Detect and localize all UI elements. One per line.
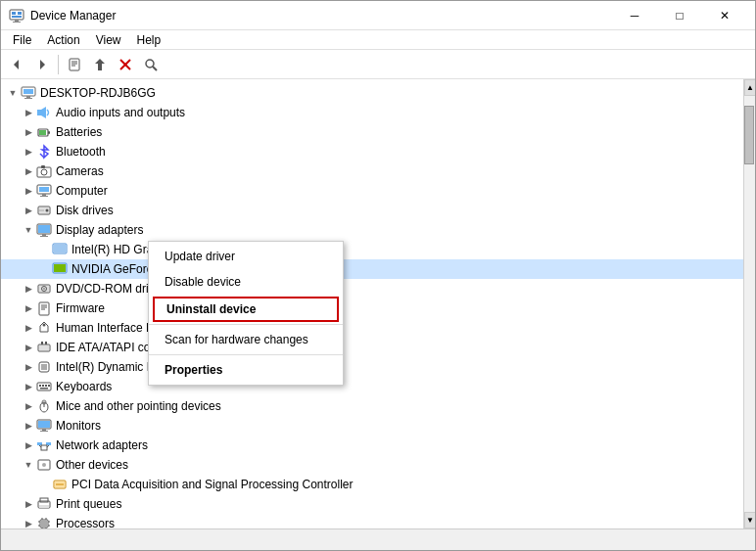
tree-item-intel-hd[interactable]: Intel(R) HD Graphics 520 bbox=[1, 240, 743, 259]
monitors-expand-icon: ▶ bbox=[21, 418, 36, 434]
tree-view[interactable]: ▼ DESKTOP-RDJB6GG ▶ bbox=[1, 79, 743, 528]
svg-rect-25 bbox=[39, 130, 46, 135]
svg-rect-32 bbox=[42, 194, 46, 196]
keyboards-expand-icon: ▶ bbox=[21, 379, 36, 394]
menu-view[interactable]: View bbox=[88, 31, 129, 49]
scan-hardware-toolbar-button[interactable] bbox=[139, 53, 163, 76]
ctx-separator-2 bbox=[149, 354, 343, 355]
ctx-uninstall-device[interactable]: Uninstall device bbox=[153, 297, 339, 322]
scrollbar-track[interactable] bbox=[744, 96, 755, 512]
tree-item-nvidia[interactable]: NVIDIA GeForce 940M bbox=[1, 259, 743, 279]
svg-rect-21 bbox=[37, 110, 41, 115]
bluetooth-expand-icon: ▶ bbox=[21, 144, 36, 160]
forward-icon bbox=[35, 58, 49, 71]
svg-rect-33 bbox=[40, 196, 48, 197]
svg-rect-1 bbox=[12, 12, 16, 15]
svg-rect-4 bbox=[15, 20, 19, 22]
svg-rect-43 bbox=[54, 245, 66, 253]
computer-label: Computer bbox=[56, 184, 108, 198]
svg-point-80 bbox=[42, 463, 46, 467]
minimize-button[interactable]: ─ bbox=[612, 1, 657, 30]
tree-item-networkadapters[interactable]: ▶ Network adapters bbox=[1, 436, 743, 455]
tree-item-inteldyn[interactable]: ▶ Intel(R) Dynamic Platform... bbox=[1, 357, 743, 377]
svg-rect-62 bbox=[39, 385, 41, 387]
tree-item-ide[interactable]: ▶ IDE ATA/ATAPI controllers bbox=[1, 338, 743, 357]
svg-rect-41 bbox=[40, 236, 48, 237]
svg-rect-45 bbox=[54, 264, 66, 272]
batteries-expand-icon: ▶ bbox=[21, 124, 36, 140]
tree-item-hid[interactable]: ▶ Human Interface Devices bbox=[1, 318, 743, 338]
tree-item-pcidata[interactable]: PCI Data Acquisition and Signal Processi… bbox=[1, 475, 743, 494]
audio-icon bbox=[36, 105, 52, 120]
scrollbar-thumb[interactable] bbox=[744, 106, 754, 164]
networkadapters-icon bbox=[36, 437, 52, 453]
tree-item-batteries[interactable]: ▶ Batteries bbox=[1, 122, 743, 142]
scrollbar-up-button[interactable]: ▲ bbox=[744, 79, 755, 96]
scan-icon bbox=[144, 58, 158, 71]
dvd-expand-icon: ▶ bbox=[21, 281, 36, 297]
svg-rect-76 bbox=[41, 445, 47, 450]
svg-rect-72 bbox=[42, 429, 46, 431]
tree-item-printqueues[interactable]: ▶ Print queues bbox=[1, 494, 743, 514]
back-button[interactable] bbox=[5, 53, 28, 76]
svg-line-16 bbox=[153, 67, 157, 70]
scrollbar[interactable]: ▲ ▼ bbox=[743, 79, 755, 528]
svg-rect-66 bbox=[40, 388, 48, 390]
root-expand-icon: ▼ bbox=[5, 85, 21, 101]
main-area: ▼ DESKTOP-RDJB6GG ▶ bbox=[1, 79, 755, 528]
uninstall-toolbar-button[interactable] bbox=[114, 53, 137, 76]
svg-rect-40 bbox=[42, 234, 46, 236]
svg-rect-5 bbox=[13, 22, 21, 23]
menu-action[interactable]: Action bbox=[39, 31, 87, 49]
svg-rect-29 bbox=[41, 165, 45, 168]
svg-rect-24 bbox=[48, 131, 50, 134]
forward-button[interactable] bbox=[30, 53, 54, 76]
svg-point-49 bbox=[43, 288, 45, 290]
tree-item-processors[interactable]: ▶ Processors bbox=[1, 514, 743, 528]
diskdrives-label: Disk drives bbox=[56, 204, 114, 217]
diskdrives-icon bbox=[36, 203, 52, 218]
ctx-update-driver[interactable]: Update driver bbox=[149, 244, 343, 269]
ctx-scan-hardware[interactable]: Scan for hardware changes bbox=[149, 327, 343, 352]
ide-expand-icon: ▶ bbox=[21, 340, 36, 355]
inteldyn-icon bbox=[36, 359, 52, 375]
tree-item-monitors[interactable]: ▶ Monitors bbox=[1, 416, 743, 436]
networkadapters-label: Network adapters bbox=[56, 438, 148, 452]
tree-item-bluetooth[interactable]: ▶ Bluetooth bbox=[1, 142, 743, 161]
tree-item-mice[interactable]: ▶ Mice and other pointing devices bbox=[1, 396, 743, 416]
maximize-button[interactable]: □ bbox=[657, 1, 702, 30]
monitors-icon bbox=[36, 418, 52, 434]
tree-item-dvd[interactable]: ▶ DVD/CD-ROM drives bbox=[1, 279, 743, 298]
batteries-label: Batteries bbox=[56, 125, 102, 139]
tree-item-firmware[interactable]: ▶ Firmware bbox=[1, 298, 743, 318]
properties-button[interactable] bbox=[63, 53, 86, 76]
tree-item-display[interactable]: ▼ Display adapters bbox=[1, 220, 743, 240]
tree-item-audio[interactable]: ▶ Audio inputs and outputs bbox=[1, 103, 743, 122]
svg-rect-57 bbox=[41, 342, 43, 344]
tree-item-cameras[interactable]: ▶ Cameras bbox=[1, 161, 743, 181]
svg-rect-19 bbox=[26, 96, 30, 98]
tree-root[interactable]: ▼ DESKTOP-RDJB6GG bbox=[1, 83, 743, 103]
scrollbar-down-button[interactable]: ▼ bbox=[744, 512, 755, 528]
menu-help[interactable]: Help bbox=[129, 31, 169, 49]
tree-item-diskdrives[interactable]: ▶ Disk drives bbox=[1, 201, 743, 220]
inteldyn-expand-icon: ▶ bbox=[21, 359, 36, 375]
printqueues-label: Print queues bbox=[56, 497, 121, 511]
svg-rect-60 bbox=[41, 364, 47, 370]
ctx-disable-device[interactable]: Disable device bbox=[149, 269, 343, 295]
tree-item-computer[interactable]: ▶ Computer bbox=[1, 181, 743, 201]
ctx-properties[interactable]: Properties bbox=[149, 357, 343, 383]
update-driver-toolbar-button[interactable] bbox=[88, 53, 112, 76]
svg-rect-56 bbox=[39, 345, 49, 350]
processors-label: Processors bbox=[56, 517, 115, 528]
dvd-icon bbox=[36, 281, 52, 297]
batteries-icon bbox=[36, 124, 52, 140]
menu-file[interactable]: File bbox=[5, 31, 39, 49]
tree-item-keyboards[interactable]: ▶ Keyboards bbox=[1, 377, 743, 396]
close-button[interactable]: ✕ bbox=[702, 1, 747, 30]
tree-item-otherdevices[interactable]: ▼ Other devices bbox=[1, 455, 743, 475]
svg-point-36 bbox=[46, 209, 49, 212]
computer-icon bbox=[21, 85, 36, 101]
mice-icon bbox=[36, 398, 52, 414]
svg-rect-85 bbox=[39, 505, 49, 508]
